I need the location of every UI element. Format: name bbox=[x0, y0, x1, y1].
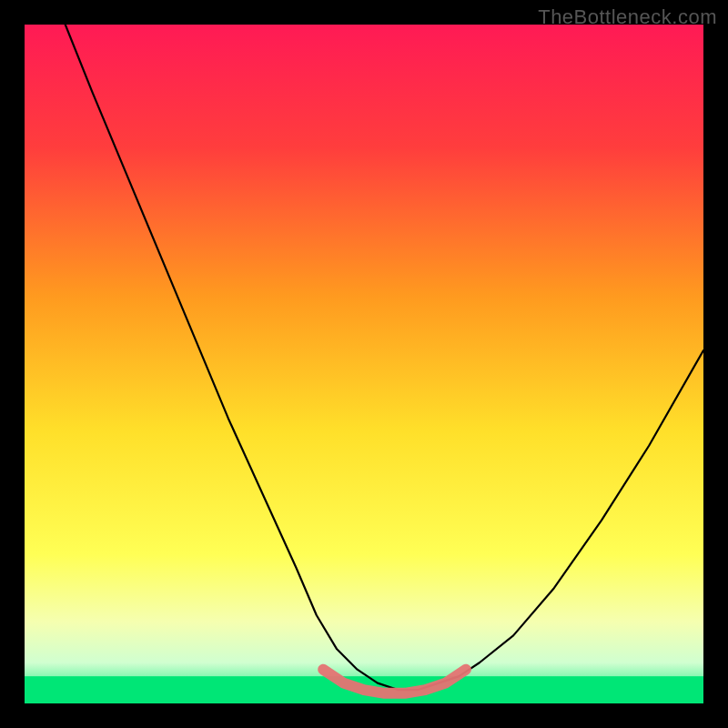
bottleneck-chart bbox=[25, 25, 703, 703]
plot-area bbox=[25, 25, 703, 703]
watermark-text: TheBottleneck.com bbox=[538, 5, 717, 29]
gradient-background bbox=[25, 25, 703, 703]
chart-frame: TheBottleneck.com bbox=[0, 0, 728, 728]
